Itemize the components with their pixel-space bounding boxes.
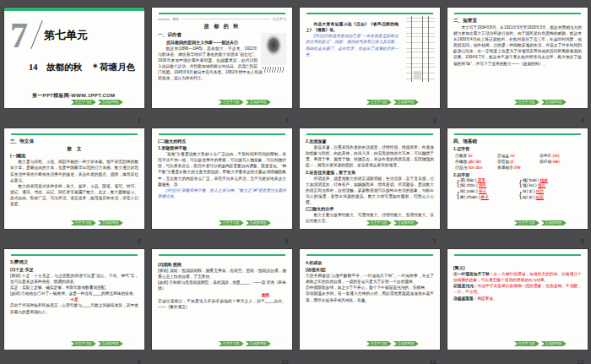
slide-cell-10: (2)清闲·悠闲 [辨词] 清闲：指清静闲暇，侧重无事做，有闲空。悠闲：指闲适自… xyxy=(148,247,296,364)
ribbon-self-study[interactable]: 自主学习区 xyxy=(71,220,96,225)
center-title: 散 文 xyxy=(10,145,138,153)
xuanci-2: ②对于所有种族和民族而言，心理年龄与____年龄之间都有差异，其中差异最大的是美… xyxy=(10,302,138,314)
ribbon-explore[interactable]: 互动探究区 xyxy=(98,100,123,105)
nav-dots-icon: · · · xyxy=(125,101,134,105)
slide-thumbnail-9[interactable]: 3.辨词义 (1)十足·实足 [辨词] 十足：十分充足，与之搭配的词语可以是“信… xyxy=(4,249,144,350)
green-rule xyxy=(159,13,285,14)
body-text: 作品主要有短篇小说《沉沦》《春风沉醉的晚上》《薄奠》等。 xyxy=(306,21,399,33)
paragraph-1: 散文是与诗歌、小说、戏剧并称的一种文学体裁。指不讲究韵律的散体文章。是最自由的文… xyxy=(10,159,138,183)
page-number: 2 xyxy=(285,117,289,124)
section-heading: 三、明文体 xyxy=(10,138,138,145)
ribbon-explore[interactable]: 互动探究区 xyxy=(393,341,419,346)
ribbon-self-study[interactable]: 自主学习区 xyxy=(219,341,244,346)
nav-dots-icon: · · · xyxy=(420,101,430,105)
page-number: 10 xyxy=(281,358,289,364)
unit-title: 第七单元 xyxy=(44,28,88,53)
header-right-label: 自主学习 xyxy=(273,17,286,21)
page-number: 11 xyxy=(430,358,436,364)
xuanci-1: [选词] ①秋娘与母亲闲居西院，虽然清静，倒是____。——清·李渔《风筝误》 xyxy=(158,280,286,291)
slide-thumbnail-4[interactable]: 二、知背景 本文写于1934年8月。从1921年9月至1933年3月，郁达夫用相… xyxy=(447,8,588,108)
footer-ribbons: 自主学习区 互动探究区 · · · xyxy=(71,220,134,225)
body-text: “形散”主要是说散文取材十分广泛自由，不受时间和空间的限制，表现手法不拘一格，可… xyxy=(158,151,286,187)
slide-thumbnail-3[interactable]: 作品主要有短篇小说《沉沦》《春风沉醉的晚上》《薄奠》等。 [评注]②郁达夫曾说自… xyxy=(300,8,440,108)
footer-ribbons: 自主学习区 互动探究区 · · · xyxy=(71,100,134,105)
definition-3: ③疏疏落落：稀疏零落。 xyxy=(453,296,582,302)
sub-heading-2: 3.语言优美凝练，富于文采 xyxy=(306,169,434,176)
paragraph-2: 所谓优美，就是指散文的语言清新明丽，生动活泼，富于音乐感，行文如涓涓流水，叮咚有… xyxy=(306,176,434,206)
script-title: 故 都 的 秋 xyxy=(158,23,286,30)
ribbon-explore[interactable]: 互动探究区 xyxy=(393,220,419,225)
definition-2: ②混混沌沌：传说中宇宙形成以前模糊一团的景象，也指迷糊、不清醒，一片，不分明。 xyxy=(453,283,582,295)
unit-number: 7 xyxy=(10,18,28,53)
footer-ribbons: 自主学习区 互动探究区 · · · xyxy=(219,100,282,105)
section-heading: 二、知背景 xyxy=(453,17,582,24)
page-number: 1 xyxy=(138,117,141,124)
green-rule xyxy=(306,133,433,135)
nav-dots-icon: · · · xyxy=(568,221,577,225)
zixing-list: {凋( diāo ) 凋零惆( chóu ) 惆怅 {槐( huái ) 槐树愧… xyxy=(457,178,582,200)
ribbon-explore[interactable]: 互动探究区 xyxy=(246,220,271,225)
green-rule xyxy=(306,254,433,256)
sub-heading-2: 2.识字形 xyxy=(453,171,582,178)
answer-1: 十足 xyxy=(10,296,138,302)
green-top-band xyxy=(4,8,144,11)
ribbon-self-study[interactable]: 自主学习区 xyxy=(514,341,539,346)
slide-thumbnail-11[interactable]: 4.积成语 [语境呈现] ①唐子西曾说“山僧不解数甲子，一叶落知天下秋”，一叶知… xyxy=(300,249,440,350)
ribbon-self-study[interactable]: 自主学习区 xyxy=(366,341,392,346)
sub-heading: (一)概说 xyxy=(10,152,138,159)
nav-dots-icon: · · · xyxy=(273,342,282,346)
header-left-label: 课前 xyxy=(172,17,179,21)
ribbon-explore[interactable]: 互动探究区 xyxy=(246,341,271,346)
green-rule xyxy=(159,133,285,135)
nav-dots-icon: · · · xyxy=(568,342,577,346)
footer-ribbons: 自主学习区 互动探究区 · · · xyxy=(366,341,430,346)
context-item-1: ①唐子西曾说“山僧不解数甲子，一叶落知天下秋”，一叶知秋事，失去了成熟之年的怡然… xyxy=(306,273,434,285)
nav-dots-icon: · · · xyxy=(420,221,430,225)
slide-thumbnail-2[interactable]: 课前 自主学习 故 都 的 秋 一、识作者 抗日救国的爱国主义作家——郁达夫① … xyxy=(152,8,292,108)
yu-dafu-portrait xyxy=(261,33,286,65)
page-number: 12 xyxy=(577,358,584,364)
slide-thumbnail-1[interactable]: 7 第七单元 14 故都的秋 ＊荷塘月色 第一PPT模板网-WWW.1PPT.C… xyxy=(4,8,144,108)
section-heading: 3.辨词义 xyxy=(10,258,138,266)
slide-thumbnail-5[interactable]: 三、明文体 散 文 (一)概说 散文是与诗歌、小说、戏剧并称的一种文学体裁。指不… xyxy=(4,128,144,229)
handwritten-annotation xyxy=(406,16,435,82)
ribbon-explore[interactable]: 互动探究区 xyxy=(541,100,567,105)
slide-cell-2: 课前 自主学习 故 都 的 秋 一、识作者 抗日救国的爱国主义作家——郁达夫① … xyxy=(148,5,296,126)
ribbon-self-study[interactable]: 自主学习区 xyxy=(514,220,539,225)
footer-ribbons: 自主学习区 互动探究区 · · · xyxy=(514,341,577,346)
ribbon-explore[interactable]: 互动探究区 xyxy=(541,220,567,225)
ribbon-self-study[interactable]: 自主学习区 xyxy=(71,341,96,346)
ribbon-explore[interactable]: 互动探究区 xyxy=(98,220,123,225)
slide-thumbnail-6[interactable]: (二)散文的特点 1.形散而神不散 “形散”主要是说散文取材十分广泛自由，不受时… xyxy=(152,128,292,229)
ribbon-self-study[interactable]: 自主学习区 xyxy=(219,100,244,105)
ribbon-explore[interactable]: 互动探究区 xyxy=(98,341,123,346)
nav-dots-icon: · · · xyxy=(568,101,577,105)
nav-dots-icon: · · · xyxy=(273,101,282,105)
green-rule xyxy=(11,254,138,256)
ribbon-explore[interactable]: 互动探究区 xyxy=(246,100,271,105)
sub-heading: (1)十足·实足 xyxy=(10,266,138,273)
definition-1: ①一叶落而知天下秋：从一片树叶的凋落，知道秋天的到来。比喻通过个别细微的迹象，可… xyxy=(453,271,582,283)
section-heading: 4.积成语 xyxy=(306,259,434,266)
sub-heading-2: 1.形散而神不散 xyxy=(158,144,286,151)
annotation-blue: [评注]④“形散而神不散，犹人之形与神。”散文之“神”便是贯注全篇的那缕文脉。 xyxy=(158,187,286,199)
ribbon-self-study[interactable]: 自主学习区 xyxy=(514,100,539,105)
slide-thumbnail-12[interactable]: [释义] ①一叶落而知天下秋：从一片树叶的凋落，知道秋天的到来。比喻通过个别细微… xyxy=(447,249,588,350)
bianci-2: 实足：实际上足够、确实足够，常跟年龄或数量词搭配。 xyxy=(10,285,138,291)
context-item-3: ③假期漫步乡间，有一条通入竹林的小径，周边湿地里疏疏落落地长着芦苇，用尽长短身子… xyxy=(306,291,434,302)
ribbon-explore[interactable]: 互动探究区 xyxy=(541,341,567,346)
ribbon-self-study[interactable]: 自主学习区 xyxy=(219,220,244,225)
slash-divider xyxy=(30,20,42,49)
ribbon-self-study[interactable]: 自主学习区 xyxy=(71,100,96,105)
ribbon-self-study[interactable]: 自主学习区 xyxy=(366,100,392,105)
ribbon-self-study[interactable]: 自主学习区 xyxy=(366,220,392,225)
annotation-blue: [评注]②郁达夫曾说自己是“一出生就是悲剧命运的主宰的弃儿”，忧郁、感伤的气质早… xyxy=(306,33,399,57)
slide-cell-3: 作品主要有短篇小说《沉沦》《春风沉醉的晚上》《薄奠》等。 [评注]②郁达夫曾说自… xyxy=(296,5,443,126)
slide-thumbnail-10[interactable]: (2)清闲·悠闲 [辨词] 清闲：指清静闲暇，侧重无事做，有闲空。悠闲：指闲适自… xyxy=(152,249,292,350)
slide-thumbnail-7[interactable]: 2.意境深邃 意境深邃，注重表现作者的生活感受，抒情性强，情感真挚。作者借助想象… xyxy=(300,128,440,229)
green-rule xyxy=(454,133,581,135)
slide-thumbnail-8[interactable]: 四、理基础 1.记字音 ①颓废 tuí ②落蕊 ruǐ ③平仄 (zè) ④橄榄… xyxy=(447,128,588,229)
sub-heading-1: (二)散文的特点 xyxy=(158,138,286,144)
green-rule xyxy=(454,254,581,256)
ribbon-explore[interactable]: 互动探究区 xyxy=(393,100,419,105)
